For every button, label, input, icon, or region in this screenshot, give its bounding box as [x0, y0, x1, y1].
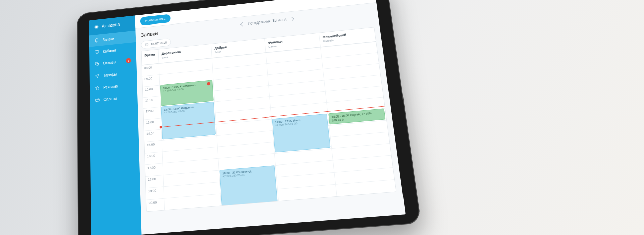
prev-day-button[interactable]: [240, 22, 245, 26]
alert-dot-icon: [207, 82, 210, 86]
sidebar-badge: 1: [126, 58, 131, 63]
brand-logo-icon: [94, 24, 99, 30]
calendar: Время ДеревенькаБаняДобраяБаняФинскаяСау…: [141, 27, 396, 212]
card-icon: [95, 97, 100, 103]
star-icon: [95, 85, 100, 91]
send-icon: [95, 73, 100, 79]
brand-name: Аквазона: [102, 22, 120, 29]
event-title: 14:00 - 15:00 Сергей, +7 958-348.23-5: [331, 111, 372, 122]
hour-label: 18:00: [145, 175, 163, 188]
hour-label: 19:00: [146, 186, 164, 200]
chat-icon: [94, 61, 99, 66]
hour-label: 11:00: [143, 96, 160, 108]
next-day-button[interactable]: [290, 17, 294, 21]
event-1[interactable]: 12:00 - 15:00 Людмила,+7 567-800-45-56: [161, 102, 216, 139]
current-date-long: Понедельник, 18 июля: [248, 17, 287, 26]
hour-label: 08:00: [142, 64, 159, 76]
date-short: 18.07.2016: [151, 41, 167, 46]
calendar-body: 08:0009:0010:0011:0012:0013:0014:0015:00…: [142, 42, 396, 212]
event-4[interactable]: 18:00 - 22:00 Леонид,+7 928-345-56-34: [219, 165, 278, 211]
sidebar: Аквазона ЗаявкиКабинетОтзывы1ТарифыРекла…: [89, 15, 141, 235]
hour-label: 15:00: [144, 140, 162, 153]
hour-label: 12:00: [143, 107, 161, 120]
hour-label: 16:00: [145, 152, 162, 165]
main: Новая заявка Заявки Понедельник, 18 июля: [135, 0, 406, 235]
hour-label: 13:00: [144, 118, 161, 131]
time-column-header: Время: [141, 50, 158, 65]
sidebar-nav: ЗаявкиКабинетОтзывы1ТарифыРекламаОплаты: [89, 31, 138, 107]
bell-icon: [94, 38, 99, 43]
sidebar-item-label: Оплаты: [104, 96, 117, 102]
hour-label: 10:00: [143, 85, 160, 97]
calendar-icon: [145, 43, 148, 46]
hour-label: 17:00: [145, 163, 163, 176]
svg-rect-0: [95, 50, 99, 53]
monitor-icon: [94, 49, 99, 55]
sidebar-item-label: Заявки: [103, 37, 114, 42]
hour-label: 09:00: [142, 74, 160, 87]
sidebar-item-label: Отзывы: [103, 60, 116, 65]
date-picker-button[interactable]: 18.07.2016: [141, 38, 171, 49]
sidebar-item-label: Реклама: [103, 84, 118, 89]
svg-rect-1: [95, 99, 99, 102]
sidebar-item-label: Кабинет: [103, 48, 116, 53]
event-2[interactable]: 14:00 - 17:00 Иван,+7 909-345-45-56: [272, 114, 330, 153]
hour-label: 20:00: [146, 198, 164, 212]
new-request-button[interactable]: Новая заявка: [140, 14, 170, 25]
page-title: Заявки: [141, 30, 158, 38]
calendar-grid[interactable]: 10:00 - 12:00 Константин,+7 909-345-45-5…: [159, 42, 396, 210]
hour-label: 14:00: [144, 129, 162, 142]
sidebar-item-label: Тарифы: [103, 72, 117, 77]
svg-rect-2: [145, 43, 148, 46]
content: Заявки Понедельник, 18 июля 18.07.2016: [135, 3, 406, 235]
